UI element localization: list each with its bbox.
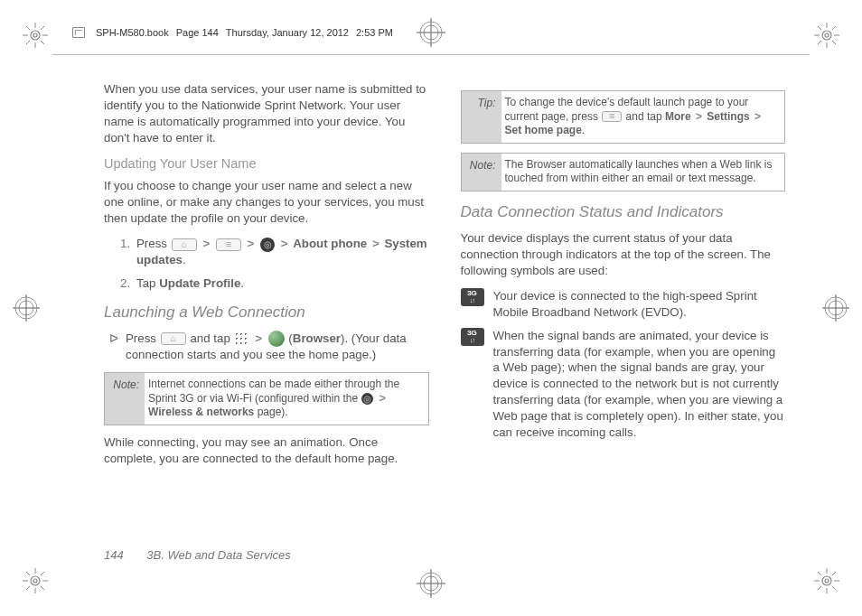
note-content: Internet connections can be made either … (145, 373, 428, 425)
gt-icon: > (370, 237, 381, 250)
tip-label: Tip: (462, 91, 501, 143)
registration-icon (822, 294, 849, 322)
settings-icon (260, 238, 275, 252)
registration-bottom (417, 569, 445, 598)
launch-content: Press and tap > (Browser). (Your data co… (126, 331, 429, 363)
page-body: When you use data services, your user na… (104, 81, 785, 571)
registration-icon (417, 569, 445, 598)
tip-content: To change the device's default launch pa… (501, 91, 785, 143)
note-label: Note: (105, 373, 145, 425)
left-column: When you use data services, your user na… (104, 81, 429, 571)
svg-line-27 (41, 586, 44, 590)
label-more: More (665, 110, 691, 123)
home-key-icon (172, 238, 197, 251)
svg-line-37 (832, 586, 836, 590)
crop-mark-bl (23, 568, 48, 593)
registration-icon (417, 18, 445, 47)
heading-data-connection-status: Data Connection Status and Indicators (461, 202, 786, 223)
tip-box-homepage: Tip: To change the device's default laun… (461, 90, 786, 144)
label-set-home-page: Set home page (505, 124, 582, 136)
svg-point-21 (33, 579, 37, 583)
section-title: 3B. Web and Data Services (146, 548, 290, 562)
gt-icon: > (378, 392, 388, 405)
evdo-3g-icon: 3G↓↑ (461, 288, 484, 306)
note-label: Note: (462, 154, 501, 191)
status-intro: Your device displays the current status … (461, 230, 786, 279)
svg-line-9 (41, 26, 44, 30)
svg-line-16 (818, 26, 821, 30)
header-time: 2:53 PM (356, 27, 393, 38)
launch-and-tap: and tap (190, 331, 230, 345)
svg-point-1 (33, 33, 37, 37)
svg-line-6 (26, 26, 30, 30)
svg-line-18 (818, 41, 821, 44)
page-number: 144 (104, 548, 124, 562)
indicator-row-1: 3G↓↑ Your device is connected to the hig… (461, 288, 786, 321)
header-date: Thursday, January 12, 2012 (226, 27, 349, 38)
sunburst-icon (814, 23, 839, 48)
crop-mark-tl (23, 23, 48, 48)
step-1: 1. Press > > > About phone > System upda… (120, 236, 429, 268)
gt-icon: > (253, 331, 264, 345)
svg-line-26 (26, 572, 30, 575)
step-2: 2. Tap Update Profile. (120, 275, 429, 292)
svg-point-31 (825, 579, 829, 583)
registration-right (822, 294, 849, 322)
label-settings: Settings (707, 110, 749, 123)
note1-text-b: page). (258, 406, 288, 418)
svg-line-29 (41, 572, 44, 575)
registration-left (13, 294, 40, 322)
evdo-3g-active-icon: 3G↓↑ (461, 328, 484, 346)
book-icon (72, 27, 85, 38)
svg-line-28 (26, 586, 30, 590)
print-header: SPH-M580.book Page 144 Thursday, January… (72, 27, 393, 38)
arrow-icon: ᐅ (109, 331, 126, 363)
update-username-text: If you choose to change your user name a… (104, 178, 429, 227)
svg-point-20 (31, 576, 40, 585)
gt-icon: > (694, 110, 704, 123)
gt-icon: > (753, 110, 763, 123)
header-rule (52, 54, 810, 55)
gt-icon: > (279, 237, 290, 250)
launch-press: Press (126, 331, 156, 345)
heading-launching-web: Launching a Web Connection (104, 303, 429, 323)
indicator-1-text: Your device is connected to the high-spe… (493, 288, 786, 321)
label-browser: Browser (293, 331, 341, 345)
crop-mark-tr (814, 23, 839, 48)
menu-key-icon (216, 238, 241, 251)
sunburst-icon (23, 23, 48, 48)
svg-line-17 (832, 41, 836, 44)
menu-key-icon (602, 111, 622, 122)
note-box-internet: Note: Internet connections can be made e… (104, 372, 429, 425)
heading-updating-username: Updating Your User Name (104, 155, 429, 173)
connecting-text: While connecting, you may see an animati… (104, 434, 429, 467)
page-footer: 144 3B. Web and Data Services (104, 548, 291, 562)
home-key-icon (161, 332, 186, 345)
svg-line-7 (41, 41, 44, 44)
right-column: Tip: To change the device's default laun… (461, 81, 786, 571)
step-number: 1. (120, 236, 136, 268)
indicator-row-2: 3G↓↑ When the signal bands are animated,… (461, 328, 786, 442)
svg-point-30 (822, 576, 831, 585)
svg-point-10 (822, 31, 831, 40)
gt-icon: > (246, 237, 257, 250)
svg-line-8 (26, 41, 30, 44)
sunburst-icon (814, 568, 839, 593)
step-2-content: Tap Update Profile. (136, 275, 244, 292)
note2-text: The Browser automatically launches when … (501, 154, 785, 191)
registration-icon (13, 294, 40, 322)
tip-text-b: and tap (626, 110, 662, 123)
svg-line-39 (832, 572, 836, 575)
sunburst-icon (23, 568, 48, 593)
header-pageref: Page 144 (176, 27, 219, 38)
apps-grid-icon (234, 331, 248, 346)
header-filename: SPH-M580.book (96, 27, 169, 38)
registration-top (417, 18, 445, 47)
crop-mark-br (814, 568, 839, 593)
indicator-2-text: When the signal bands are animated, your… (493, 328, 786, 442)
svg-point-11 (825, 33, 829, 37)
launch-bullet: ᐅ Press and tap > (Browser). (Your data … (109, 331, 429, 363)
gt-icon: > (201, 237, 211, 250)
svg-line-38 (818, 586, 821, 590)
svg-line-19 (832, 26, 836, 30)
